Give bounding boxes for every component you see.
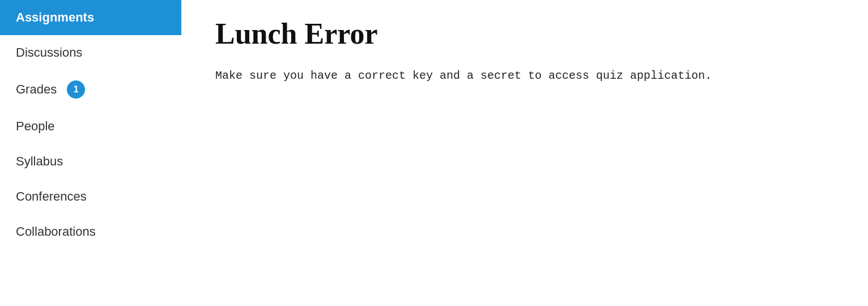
main-content: Lunch Error Make sure you have a correct… [181, 0, 868, 306]
sidebar-item-label-assignments: Assignments [16, 10, 94, 25]
badge-grades: 1 [67, 80, 85, 99]
sidebar: AssignmentsDiscussionsGrades1PeopleSylla… [0, 0, 181, 306]
sidebar-item-assignments[interactable]: Assignments [0, 0, 181, 35]
sidebar-item-collaborations[interactable]: Collaborations [0, 214, 181, 249]
error-message: Make sure you have a correct key and a s… [215, 67, 834, 84]
sidebar-item-label-collaborations: Collaborations [16, 224, 96, 239]
sidebar-item-label-grades: Grades [16, 82, 57, 97]
sidebar-item-conferences[interactable]: Conferences [0, 179, 181, 214]
sidebar-item-label-people: People [16, 119, 55, 134]
error-title: Lunch Error [215, 17, 834, 50]
sidebar-item-syllabus[interactable]: Syllabus [0, 144, 181, 179]
sidebar-item-label-conferences: Conferences [16, 189, 87, 204]
sidebar-item-people[interactable]: People [0, 109, 181, 144]
sidebar-item-label-discussions: Discussions [16, 45, 82, 60]
sidebar-item-discussions[interactable]: Discussions [0, 35, 181, 70]
sidebar-item-grades[interactable]: Grades1 [0, 70, 181, 109]
sidebar-item-label-syllabus: Syllabus [16, 154, 63, 169]
